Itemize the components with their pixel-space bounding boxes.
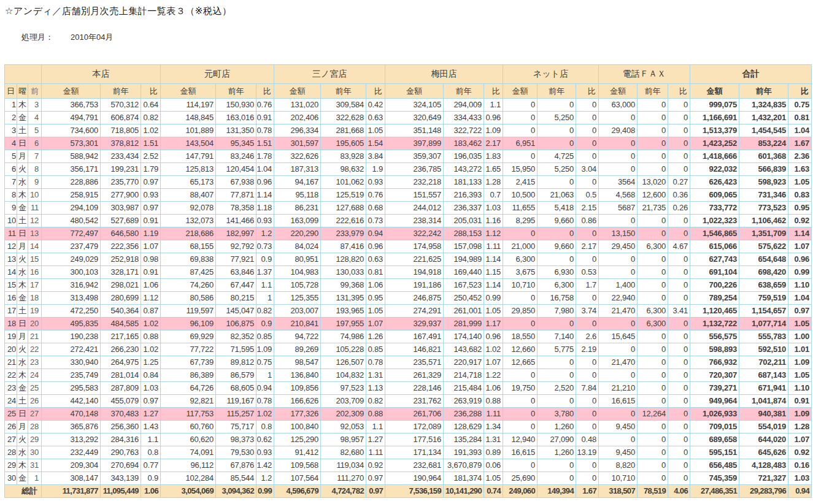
ratio-cell: 1.03	[484, 202, 503, 215]
ratio-column-header: 比	[366, 84, 385, 99]
amount-cell: 238,314	[385, 215, 444, 227]
day-cell: 15	[5, 279, 17, 292]
ratio-cell: 0.82	[141, 112, 161, 124]
prevyear-cell: 78,358	[216, 202, 256, 215]
prevyear-cell: 16,758	[538, 292, 576, 305]
amount-cell: 366,753	[42, 99, 101, 112]
day-cell: 21	[5, 356, 17, 369]
amount-cell: 29,408	[599, 124, 638, 137]
prevyear-cell: 85,544	[216, 472, 256, 485]
amount-cell: 261,706	[385, 408, 444, 421]
ratio-cell: 1.1	[256, 279, 274, 292]
prevday-cell: 31	[28, 459, 42, 472]
prevyear-cell: 554,019	[739, 421, 788, 433]
ratio-cell: 0.93	[256, 215, 274, 227]
ratio-cell: 1.22	[484, 369, 503, 382]
amount-cell: 324,105	[385, 99, 444, 112]
prevday-cell: 20	[28, 318, 42, 330]
ratio-cell: 0	[668, 330, 690, 343]
amount-cell: 442,140	[42, 395, 101, 408]
total-ratio-cell: 0.97	[366, 485, 385, 498]
store-header-6: 電話ＦＡＸ	[599, 65, 690, 84]
weekday-cell: 水	[17, 446, 28, 459]
day-cell: 6	[5, 163, 17, 176]
ratio-cell: 2.17	[576, 240, 599, 253]
amount-cell: 789,254	[690, 292, 739, 305]
total-amount-cell: 27,486,351	[690, 485, 739, 498]
weekday-cell: 火	[17, 343, 28, 356]
ratio-cell: 1.65	[484, 163, 503, 176]
prevyear-cell: 191,393	[444, 446, 484, 459]
ratio-cell: 0.76	[256, 99, 274, 112]
weekday-cell: 土	[17, 215, 28, 227]
amount-cell: 739,271	[690, 382, 739, 395]
total-amount-cell: 11,731,877	[42, 485, 101, 498]
amount-cell: 0	[503, 369, 538, 382]
amount-cell: 136,840	[274, 369, 321, 382]
prevyear-cell: 6,300	[638, 318, 668, 330]
table-row: 29木31209,304270,6940.7796,11267,8761.421…	[5, 459, 812, 472]
amount-cell: 65,173	[161, 176, 216, 189]
prevyear-cell: 4,128,483	[739, 459, 788, 472]
amount-cell: 1,022,323	[690, 215, 739, 227]
prevday-cell: 7	[28, 150, 42, 163]
prevyear-cell: 128,820	[321, 253, 366, 266]
table-row: 3土5734,600718,8051.02101,889131,3500.782…	[5, 124, 812, 137]
prevyear-cell: 0	[638, 292, 668, 305]
ratio-cell: 1	[256, 369, 274, 382]
prevday-cell: 29	[28, 433, 42, 446]
ratio-cell: 0.78	[256, 395, 274, 408]
prevyear-cell: 233,434	[101, 150, 141, 163]
store-header-5: ネット店	[503, 65, 599, 84]
prevday-cell: 27	[28, 408, 42, 421]
ratio-cell: 0	[668, 369, 690, 382]
ratio-cell: 1.05	[788, 176, 812, 189]
ratio-cell: 0.88	[366, 408, 385, 421]
total-amount-cell: 4,596,679	[274, 485, 321, 498]
amount-cell: 397,899	[385, 137, 444, 150]
prevyear-cell: 638,659	[739, 279, 788, 292]
amount-cell: 64,726	[161, 382, 216, 395]
ratio-cell: 0	[668, 227, 690, 240]
prevyear-cell: 194,989	[444, 253, 484, 266]
ratio-cell: 0.95	[366, 292, 385, 305]
prevyear-cell: 80,215	[216, 292, 256, 305]
amount-cell: 21,470	[599, 356, 638, 369]
amount-cell: 0	[599, 112, 638, 124]
day-cell: 29	[5, 459, 17, 472]
amount-cell: 221,625	[385, 253, 444, 266]
prevyear-cell: 220,917	[444, 356, 484, 369]
prevyear-cell: 125,519	[321, 189, 366, 202]
prevyear-cell: 0	[638, 472, 668, 485]
ratio-cell: 2.52	[141, 150, 161, 163]
weekday-cell: 日	[17, 227, 28, 240]
ratio-cell: 0.81	[788, 112, 812, 124]
ratio-cell: 0	[576, 472, 599, 485]
prevyear-cell: 181,374	[444, 472, 484, 485]
grand-total-row: 総計11,731,87711,095,4491.063,054,0693,094…	[5, 485, 812, 498]
prevyear-cell: 99,368	[321, 279, 366, 292]
prevyear-cell: 83,928	[321, 150, 366, 163]
prevyear-cell: 566,839	[739, 163, 788, 176]
prevyear-cell: 0	[538, 124, 576, 137]
table-header: 本店元町店三ノ宮店梅田店ネット店電話ＦＡＸ合計日曜前金額前年比金額前年比金額前年…	[5, 65, 812, 99]
ratio-cell: 0.88	[141, 330, 161, 343]
prevyear-cell: 12,264	[638, 408, 668, 421]
amount-cell: 191,186	[385, 279, 444, 292]
amount-cell: 12,665	[503, 356, 538, 369]
prevday-cell: 24	[28, 369, 42, 382]
amount-cell: 0	[503, 227, 538, 240]
amount-cell: 656,485	[690, 459, 739, 472]
ratio-cell: 2.15	[576, 202, 599, 215]
prevyear-cell: 455,079	[101, 395, 141, 408]
ratio-cell: 2.6	[576, 330, 599, 343]
amount-cell: 163,099	[274, 215, 321, 227]
ratio-cell: 1.37	[256, 266, 274, 279]
amount-cell: 166,626	[274, 395, 321, 408]
amount-cell: 77,722	[161, 343, 216, 356]
ratio-cell: 0	[668, 433, 690, 446]
amount-cell: 190,238	[42, 330, 101, 343]
weekday-cell: 土	[17, 395, 28, 408]
prevyear-cell: 126,507	[321, 356, 366, 369]
ratio-cell: 1.14	[788, 227, 812, 240]
